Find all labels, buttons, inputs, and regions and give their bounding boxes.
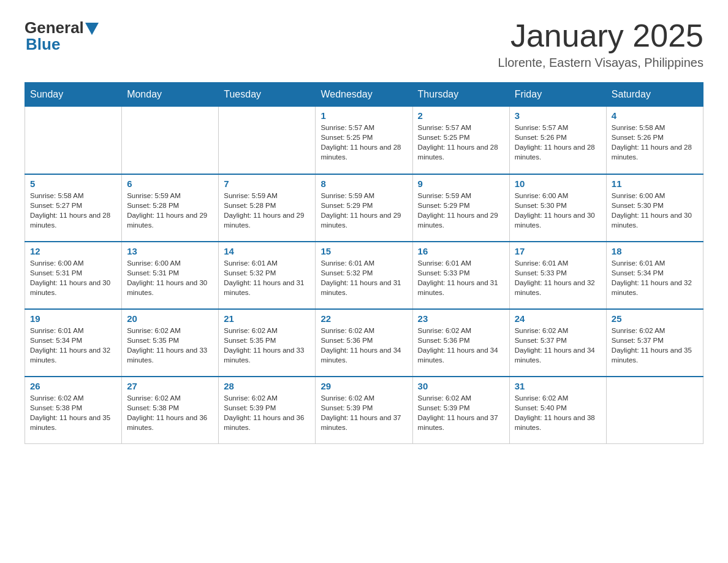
month-title: January 2025 — [498, 18, 703, 53]
table-row: 23Sunrise: 6:02 AMSunset: 5:36 PMDayligh… — [412, 309, 509, 377]
calendar-week-row: 5Sunrise: 5:58 AMSunset: 5:27 PMDaylight… — [25, 174, 703, 242]
logo: General Blue — [25, 18, 99, 54]
day-number: 7 — [224, 178, 310, 189]
day-number: 23 — [418, 313, 504, 324]
day-number: 2 — [418, 110, 504, 121]
day-number: 24 — [515, 313, 601, 324]
day-info: Sunrise: 6:02 AMSunset: 5:39 PMDaylight:… — [418, 393, 504, 432]
day-info: Sunrise: 6:02 AMSunset: 5:36 PMDaylight:… — [320, 326, 407, 365]
table-row: 13Sunrise: 6:00 AMSunset: 5:31 PMDayligh… — [122, 242, 219, 309]
day-info: Sunrise: 6:02 AMSunset: 5:38 PMDaylight:… — [127, 393, 213, 432]
day-info: Sunrise: 5:59 AMSunset: 5:29 PMDaylight:… — [320, 191, 407, 230]
day-info: Sunrise: 5:57 AMSunset: 5:26 PMDaylight:… — [515, 123, 601, 162]
table-row: 12Sunrise: 6:00 AMSunset: 5:31 PMDayligh… — [25, 242, 122, 309]
day-number: 21 — [224, 313, 310, 324]
table-row: 22Sunrise: 6:02 AMSunset: 5:36 PMDayligh… — [316, 309, 412, 377]
calendar-header-row: Sunday Monday Tuesday Wednesday Thursday… — [25, 83, 703, 107]
calendar-week-row: 19Sunrise: 6:01 AMSunset: 5:34 PMDayligh… — [25, 309, 703, 377]
table-row — [606, 377, 703, 444]
table-row: 14Sunrise: 6:01 AMSunset: 5:32 PMDayligh… — [219, 242, 316, 309]
day-info: Sunrise: 6:02 AMSunset: 5:35 PMDaylight:… — [127, 326, 213, 365]
col-header-sunday: Sunday — [25, 83, 122, 107]
col-header-friday: Friday — [509, 83, 606, 107]
logo-triangle-icon — [85, 23, 99, 35]
location-title: Llorente, Eastern Visayas, Philippines — [498, 56, 703, 70]
day-info: Sunrise: 5:57 AMSunset: 5:25 PMDaylight:… — [320, 123, 407, 162]
table-row: 4Sunrise: 5:58 AMSunset: 5:26 PMDaylight… — [606, 107, 703, 174]
table-row: 20Sunrise: 6:02 AMSunset: 5:35 PMDayligh… — [122, 309, 219, 377]
day-info: Sunrise: 5:58 AMSunset: 5:27 PMDaylight:… — [30, 191, 116, 230]
calendar-week-row: 26Sunrise: 6:02 AMSunset: 5:38 PMDayligh… — [25, 377, 703, 444]
day-info: Sunrise: 6:01 AMSunset: 5:32 PMDaylight:… — [320, 258, 407, 297]
table-row — [122, 107, 219, 174]
day-number: 12 — [30, 246, 116, 256]
day-info: Sunrise: 6:02 AMSunset: 5:36 PMDaylight:… — [418, 326, 504, 365]
day-info: Sunrise: 6:02 AMSunset: 5:39 PMDaylight:… — [224, 393, 310, 432]
day-info: Sunrise: 5:59 AMSunset: 5:28 PMDaylight:… — [224, 191, 310, 230]
day-number: 11 — [612, 178, 698, 189]
table-row: 24Sunrise: 6:02 AMSunset: 5:37 PMDayligh… — [509, 309, 606, 377]
day-number: 4 — [612, 110, 698, 121]
table-row: 30Sunrise: 6:02 AMSunset: 5:39 PMDayligh… — [412, 377, 509, 444]
col-header-monday: Monday — [122, 83, 219, 107]
day-number: 19 — [30, 313, 116, 324]
day-info: Sunrise: 6:00 AMSunset: 5:31 PMDaylight:… — [30, 258, 116, 297]
day-info: Sunrise: 5:59 AMSunset: 5:29 PMDaylight:… — [418, 191, 504, 230]
col-header-tuesday: Tuesday — [219, 83, 316, 107]
day-info: Sunrise: 6:02 AMSunset: 5:35 PMDaylight:… — [224, 326, 310, 365]
table-row — [219, 107, 316, 174]
calendar-week-row: 1Sunrise: 5:57 AMSunset: 5:25 PMDaylight… — [25, 107, 703, 174]
table-row: 8Sunrise: 5:59 AMSunset: 5:29 PMDaylight… — [316, 174, 412, 242]
day-number: 29 — [320, 381, 407, 391]
day-number: 16 — [418, 246, 504, 256]
table-row: 2Sunrise: 5:57 AMSunset: 5:25 PMDaylight… — [412, 107, 509, 174]
table-row: 6Sunrise: 5:59 AMSunset: 5:28 PMDaylight… — [122, 174, 219, 242]
table-row: 7Sunrise: 5:59 AMSunset: 5:28 PMDaylight… — [219, 174, 316, 242]
table-row — [25, 107, 122, 174]
day-number: 13 — [127, 246, 213, 256]
day-number: 9 — [418, 178, 504, 189]
col-header-wednesday: Wednesday — [316, 83, 412, 107]
day-info: Sunrise: 6:02 AMSunset: 5:38 PMDaylight:… — [30, 393, 116, 432]
day-info: Sunrise: 6:02 AMSunset: 5:37 PMDaylight:… — [612, 326, 698, 365]
table-row: 27Sunrise: 6:02 AMSunset: 5:38 PMDayligh… — [122, 377, 219, 444]
day-number: 26 — [30, 381, 116, 391]
day-info: Sunrise: 6:00 AMSunset: 5:31 PMDaylight:… — [127, 258, 213, 297]
table-row: 1Sunrise: 5:57 AMSunset: 5:25 PMDaylight… — [316, 107, 412, 174]
table-row: 5Sunrise: 5:58 AMSunset: 5:27 PMDaylight… — [25, 174, 122, 242]
table-row: 26Sunrise: 6:02 AMSunset: 5:38 PMDayligh… — [25, 377, 122, 444]
col-header-saturday: Saturday — [606, 83, 703, 107]
day-info: Sunrise: 5:58 AMSunset: 5:26 PMDaylight:… — [612, 123, 698, 162]
table-row: 17Sunrise: 6:01 AMSunset: 5:33 PMDayligh… — [509, 242, 606, 309]
day-number: 20 — [127, 313, 213, 324]
calendar-table: Sunday Monday Tuesday Wednesday Thursday… — [25, 82, 703, 444]
table-row: 28Sunrise: 6:02 AMSunset: 5:39 PMDayligh… — [219, 377, 316, 444]
day-info: Sunrise: 6:01 AMSunset: 5:34 PMDaylight:… — [612, 258, 698, 297]
svg-marker-0 — [85, 23, 99, 35]
table-row: 11Sunrise: 6:00 AMSunset: 5:30 PMDayligh… — [606, 174, 703, 242]
day-number: 31 — [515, 381, 601, 391]
day-number: 8 — [320, 178, 407, 189]
day-info: Sunrise: 6:00 AMSunset: 5:30 PMDaylight:… — [515, 191, 601, 230]
logo-blue-text: Blue — [26, 35, 60, 54]
day-number: 30 — [418, 381, 504, 391]
table-row: 29Sunrise: 6:02 AMSunset: 5:39 PMDayligh… — [316, 377, 412, 444]
day-number: 5 — [30, 178, 116, 189]
day-number: 27 — [127, 381, 213, 391]
day-info: Sunrise: 5:59 AMSunset: 5:28 PMDaylight:… — [127, 191, 213, 230]
page-header: General Blue January 2025 Llorente, East… — [25, 18, 703, 70]
day-info: Sunrise: 5:57 AMSunset: 5:25 PMDaylight:… — [418, 123, 504, 162]
day-number: 22 — [320, 313, 407, 324]
day-info: Sunrise: 6:01 AMSunset: 5:34 PMDaylight:… — [30, 326, 116, 365]
day-number: 15 — [320, 246, 407, 256]
table-row: 9Sunrise: 5:59 AMSunset: 5:29 PMDaylight… — [412, 174, 509, 242]
day-info: Sunrise: 6:02 AMSunset: 5:40 PMDaylight:… — [515, 393, 601, 432]
table-row: 31Sunrise: 6:02 AMSunset: 5:40 PMDayligh… — [509, 377, 606, 444]
table-row: 19Sunrise: 6:01 AMSunset: 5:34 PMDayligh… — [25, 309, 122, 377]
day-number: 14 — [224, 246, 310, 256]
day-number: 18 — [612, 246, 698, 256]
table-row: 15Sunrise: 6:01 AMSunset: 5:32 PMDayligh… — [316, 242, 412, 309]
table-row: 18Sunrise: 6:01 AMSunset: 5:34 PMDayligh… — [606, 242, 703, 309]
table-row: 25Sunrise: 6:02 AMSunset: 5:37 PMDayligh… — [606, 309, 703, 377]
day-info: Sunrise: 6:01 AMSunset: 5:33 PMDaylight:… — [515, 258, 601, 297]
